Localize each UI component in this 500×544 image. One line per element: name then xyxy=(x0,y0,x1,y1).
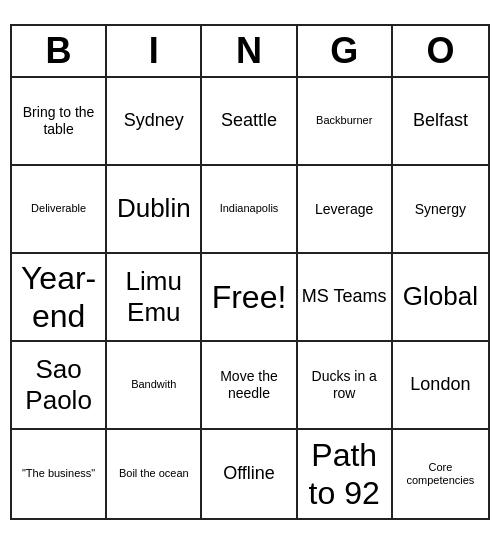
cell-text: Free! xyxy=(212,278,287,316)
cell-text: Path to 92 xyxy=(302,436,387,513)
bingo-cell[interactable]: Boil the ocean xyxy=(107,430,202,518)
cell-text: Deliverable xyxy=(31,202,86,215)
cell-text: London xyxy=(410,374,470,396)
bingo-card: BINGO Bring to the tableSydneySeattleBac… xyxy=(10,24,490,520)
bingo-cell[interactable]: Bring to the table xyxy=(12,78,107,166)
cell-text: Ducks in a row xyxy=(302,368,387,402)
bingo-cell[interactable]: Year-end xyxy=(12,254,107,342)
bingo-cell[interactable]: Indianapolis xyxy=(202,166,297,254)
bingo-cell[interactable]: Move the needle xyxy=(202,342,297,430)
bingo-cell[interactable]: Limu Emu xyxy=(107,254,202,342)
cell-text: Sydney xyxy=(124,110,184,132)
bingo-cell[interactable]: Offline xyxy=(202,430,297,518)
bingo-cell[interactable]: "The business" xyxy=(12,430,107,518)
bingo-cell[interactable]: Sao Paolo xyxy=(12,342,107,430)
cell-text: Year-end xyxy=(16,259,101,336)
cell-text: Sao Paolo xyxy=(16,354,101,416)
bingo-cell[interactable]: Backburner xyxy=(298,78,393,166)
bingo-cell[interactable]: Seattle xyxy=(202,78,297,166)
cell-text: Backburner xyxy=(316,114,372,127)
cell-text: Boil the ocean xyxy=(119,467,189,480)
bingo-cell[interactable]: Sydney xyxy=(107,78,202,166)
bingo-grid: Bring to the tableSydneySeattleBackburne… xyxy=(12,78,488,518)
header-letter: G xyxy=(298,26,393,76)
cell-text: Dublin xyxy=(117,193,191,224)
header-letter: N xyxy=(202,26,297,76)
bingo-cell[interactable]: London xyxy=(393,342,488,430)
bingo-cell[interactable]: Belfast xyxy=(393,78,488,166)
cell-text: Indianapolis xyxy=(220,202,279,215)
bingo-cell[interactable]: Synergy xyxy=(393,166,488,254)
bingo-cell[interactable]: Leverage xyxy=(298,166,393,254)
cell-text: Core competencies xyxy=(397,461,484,487)
header-letter: I xyxy=(107,26,202,76)
bingo-cell[interactable]: Core competencies xyxy=(393,430,488,518)
bingo-cell[interactable]: Path to 92 xyxy=(298,430,393,518)
bingo-header: BINGO xyxy=(12,26,488,78)
bingo-cell[interactable]: Dublin xyxy=(107,166,202,254)
cell-text: Bring to the table xyxy=(16,104,101,138)
header-letter: O xyxy=(393,26,488,76)
cell-text: Offline xyxy=(223,463,275,485)
bingo-cell[interactable]: Deliverable xyxy=(12,166,107,254)
bingo-cell[interactable]: Free! xyxy=(202,254,297,342)
cell-text: Leverage xyxy=(315,201,373,218)
bingo-cell[interactable]: Ducks in a row xyxy=(298,342,393,430)
cell-text: MS Teams xyxy=(302,286,387,308)
cell-text: Bandwith xyxy=(131,378,176,391)
cell-text: Synergy xyxy=(415,201,466,218)
bingo-cell[interactable]: MS Teams xyxy=(298,254,393,342)
cell-text: Global xyxy=(403,281,478,312)
bingo-cell[interactable]: Bandwith xyxy=(107,342,202,430)
header-letter: B xyxy=(12,26,107,76)
cell-text: Move the needle xyxy=(206,368,291,402)
bingo-cell[interactable]: Global xyxy=(393,254,488,342)
cell-text: Belfast xyxy=(413,110,468,132)
cell-text: Seattle xyxy=(221,110,277,132)
cell-text: Limu Emu xyxy=(111,266,196,328)
cell-text: "The business" xyxy=(22,467,95,480)
